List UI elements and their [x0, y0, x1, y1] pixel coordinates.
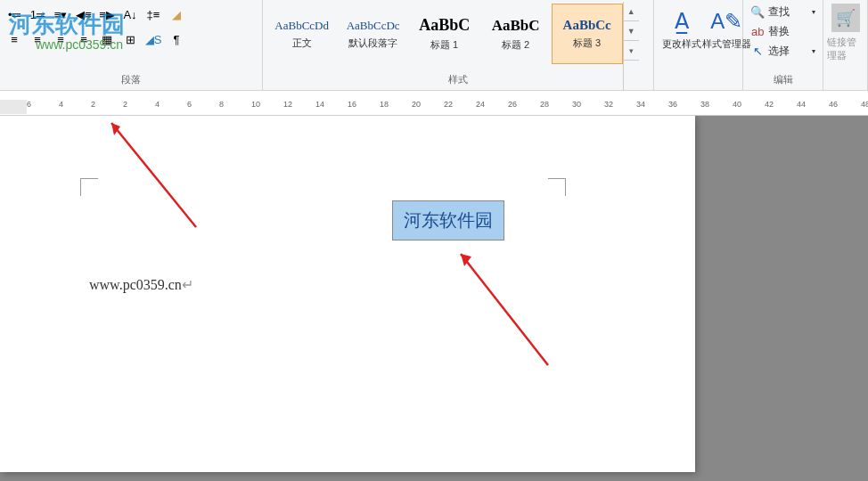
style-item-heading1[interactable]: AaBbC 标题 1	[409, 4, 480, 64]
find-button[interactable]: 🔍 查找 ▾	[747, 2, 819, 21]
bullet-list-button[interactable]: •═	[4, 4, 25, 24]
align-left-button[interactable]: ≡	[4, 29, 25, 49]
document-page[interactable]: 河东软件园 www.pc0359.cn↵	[0, 116, 695, 472]
multilevel-list-button[interactable]: ≡▾	[50, 4, 71, 24]
fill-button[interactable]: ◢S	[143, 29, 164, 49]
style-item-heading3[interactable]: AaBbCc 标题 3	[552, 4, 623, 64]
style-item-normal[interactable]: AaBbCcDd 正文	[266, 4, 338, 64]
ribbon: •═ 1═ ≡▾ ◀≡ ≡▶ A↓ ‡≡ ◢ ≡ ≡ ≡ ≡ ▦ ⊞ ◢S ¶ …	[0, 0, 868, 91]
decrease-indent-button[interactable]: ◀≡	[73, 4, 94, 24]
select-button[interactable]: ↖ 选择 ▾	[747, 41, 819, 61]
align-center-button[interactable]: ≡	[27, 29, 48, 49]
distributed-button[interactable]: ▦	[96, 29, 118, 49]
replace-icon: ab	[750, 24, 765, 38]
replace-button[interactable]: ab 替换	[747, 21, 819, 41]
find-icon: 🔍	[750, 4, 765, 19]
paragraph-label: 段落	[0, 71, 262, 88]
change-style-button[interactable]: A̲ 更改样式	[659, 4, 704, 54]
select-icon: ↖	[750, 44, 765, 58]
paragraph-group: •═ 1═ ≡▾ ◀≡ ≡▶ A↓ ‡≡ ◢ ≡ ≡ ≡ ≡ ▦ ⊞ ◢S ¶ …	[0, 0, 263, 90]
link-group: 🛒 链接管理器	[823, 0, 868, 90]
horizontal-ruler[interactable]: 6422468101214161820222426283032343638404…	[0, 98, 868, 116]
style-item-heading2[interactable]: AaBbC 标题 2	[480, 4, 552, 64]
body-text[interactable]: www.pc0359.cn↵	[89, 276, 606, 293]
align-right-button[interactable]: ≡	[50, 29, 71, 49]
link-manager-icon: 🛒	[831, 4, 860, 32]
edit-label: 编辑	[743, 71, 823, 88]
line-spacing-button[interactable]: ‡≡	[143, 4, 164, 24]
text-box[interactable]: 河东软件园	[392, 200, 504, 240]
change-style-icon: A̲	[667, 7, 696, 36]
link-manager-label: 链接管理器	[827, 36, 864, 62]
align-justify-button[interactable]: ≡	[73, 29, 94, 49]
increase-indent-button[interactable]: ≡▶	[96, 4, 118, 24]
shading-button[interactable]: ◢	[166, 4, 187, 24]
margin-corner-tl	[80, 178, 98, 196]
borders-button[interactable]: ⊞	[119, 29, 141, 49]
number-list-button[interactable]: 1═	[27, 4, 48, 24]
style-manager-button[interactable]: A✎ 样式管理器	[704, 4, 749, 54]
style-item-default[interactable]: AaBbCcDc 默认段落字	[338, 4, 409, 64]
style-manager-icon: A✎	[712, 7, 741, 36]
styles-group: AaBbCcDd 正文 AaBbCcDc 默认段落字 AaBbC 标题 1 Aa…	[263, 0, 654, 90]
show-marks-button[interactable]: ¶	[166, 29, 187, 49]
style-nav-up[interactable]: ▲	[624, 2, 639, 21]
document-area[interactable]: 河东软件园 www.pc0359.cn↵	[0, 116, 868, 481]
margin-corner-tr	[548, 178, 566, 196]
sort-button[interactable]: A↓	[119, 4, 141, 24]
edit-group: 🔍 查找 ▾ ab 替换 ↖ 选择 ▾ 编辑	[743, 0, 823, 90]
text-box-content[interactable]: 河东软件园	[404, 208, 493, 232]
styles-label: 样式	[263, 71, 653, 88]
style-nav-down[interactable]: ▼	[624, 21, 639, 41]
style-nav-more[interactable]: ▾	[624, 41, 639, 61]
